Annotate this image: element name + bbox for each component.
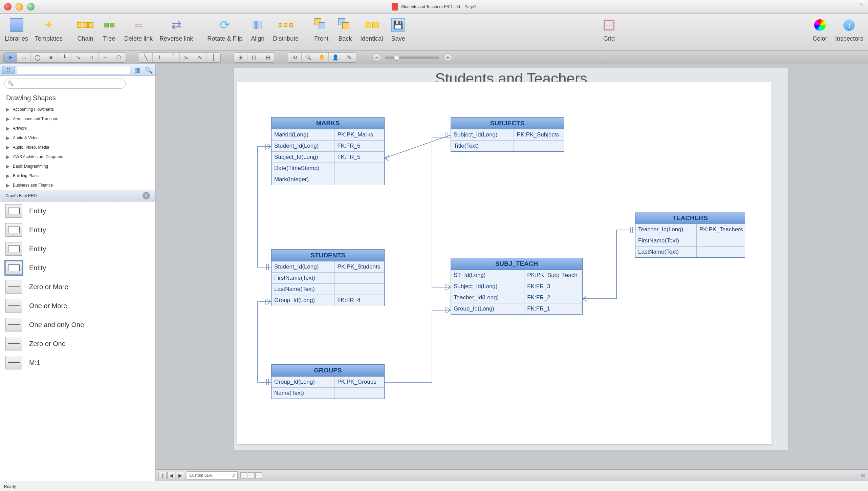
library-category-item[interactable]: ▶Business and Finance xyxy=(0,180,155,190)
line-tool-2[interactable]: ⌇ xyxy=(153,53,166,62)
zoom-select[interactable]: Custom 61% ⇵ xyxy=(187,471,238,479)
library-category-item[interactable]: ▶Basic Diagramming xyxy=(0,162,155,171)
rectangle-tool[interactable]: ▭ xyxy=(17,53,31,62)
library-category-item[interactable]: ▶Audio & Video xyxy=(0,133,155,143)
zoom-tool[interactable]: 🔍 xyxy=(302,53,315,62)
connector-tool-1[interactable]: └ xyxy=(58,53,71,62)
pan-tool[interactable]: ✋ xyxy=(315,53,329,62)
prev-page-button[interactable]: ◀ xyxy=(167,472,175,479)
erd-table-teachers[interactable]: TEACHERSTeacher_Id(Long)PK:PK_TeachersFi… xyxy=(635,212,745,258)
column-name: Subject_Id(Long) xyxy=(272,152,334,163)
rotate-flip-button[interactable]: ⟳Rotate & Flip xyxy=(204,16,246,44)
connector-tool-4[interactable]: ⤷ xyxy=(99,53,112,62)
library-category-item[interactable]: ▶Aerospace and Transport xyxy=(0,114,155,124)
grid-view-icon[interactable]: ▦ xyxy=(132,66,142,74)
library-category-item[interactable]: ▶Building Plans xyxy=(0,171,155,180)
palette-item[interactable]: Zero or More xyxy=(0,277,155,296)
main-toolbar: Libraries ✦Templates Chain Tree ⎓Delete … xyxy=(0,14,868,51)
connector-tool-3[interactable]: ⎍ xyxy=(85,53,99,62)
delete-link-button[interactable]: ⎓Delete link xyxy=(121,16,156,44)
connector-tool-2[interactable]: ↘ xyxy=(71,53,85,62)
column-name: Student_Id(Long) xyxy=(272,141,334,151)
library-category-item[interactable]: ▶AWS Architecture Diagrams xyxy=(0,152,155,162)
templates-button[interactable]: ✦Templates xyxy=(31,16,66,44)
close-icon[interactable]: × xyxy=(143,192,150,199)
identical-button[interactable]: Identical xyxy=(357,16,386,44)
grid-button[interactable]: Grid xyxy=(597,16,621,44)
zoom-fit-tool[interactable]: ⟲ xyxy=(288,53,302,62)
erd-table-subjects[interactable]: SUBJECTSSubject_Id(Long)PK:PK_SubjectsTi… xyxy=(451,117,564,152)
palette-item[interactable]: Entity xyxy=(0,201,155,220)
library-category-item[interactable]: ▶Accounting Flowcharts xyxy=(0,105,155,114)
zoom-slider[interactable] xyxy=(385,57,439,59)
next-page-button[interactable]: ▶ xyxy=(176,472,184,479)
page[interactable]: MARKSMarkId(Long)PK:PK_MarksStudent_Id(L… xyxy=(237,82,772,444)
sidebar-top-bar: ☷ ▦ 🔍 xyxy=(0,64,155,76)
align-button[interactable]: Align xyxy=(246,16,269,44)
back-button[interactable]: Back xyxy=(333,16,357,44)
connector-tool-5[interactable]: ⎔ xyxy=(112,53,126,62)
palette-item[interactable]: One and only One xyxy=(0,315,155,334)
palette-item[interactable]: One or More xyxy=(0,296,155,315)
column-key: FK:FR_6 xyxy=(334,141,384,151)
library-category-item[interactable]: ▶Audio, Video, Media xyxy=(0,143,155,152)
view-mode-icon[interactable]: ⊞ xyxy=(861,472,865,478)
table-row: FirstName(Text) xyxy=(635,235,745,247)
library-category-item[interactable]: ▶Artwork xyxy=(0,124,155,133)
snap-tool-1[interactable]: ⊞ xyxy=(234,53,247,62)
palette-item[interactable]: M:1 xyxy=(0,353,155,372)
erd-table-groups[interactable]: GROUPSGroup_Id(Long)PK:PK_GroupsName(Tex… xyxy=(271,364,385,399)
zoom-in-button[interactable]: + xyxy=(443,53,452,62)
distribute-button[interactable]: Distribute xyxy=(269,16,302,44)
polyline-tool[interactable]: ⋋ xyxy=(180,53,193,62)
palette-label: Zero or More xyxy=(29,283,68,291)
chevron-right-icon: ▶ xyxy=(6,173,11,178)
line-tool-1[interactable]: ╲ xyxy=(139,53,153,62)
sidebar-filter-input[interactable] xyxy=(17,66,130,74)
libraries-button[interactable]: Libraries xyxy=(1,16,31,44)
erd-table-subj_teach[interactable]: SUBJ_TEACHST_Id(Long)PK:PK_Subj_TeachSub… xyxy=(451,258,583,315)
canvas-scroll[interactable]: Students and Teachers MARKSMarkId(Long)P… xyxy=(156,64,868,469)
palette-item[interactable]: Zero or One xyxy=(0,334,155,353)
palette-item[interactable]: Entity xyxy=(0,220,155,239)
palette-item[interactable]: Entity xyxy=(0,258,155,277)
inspectors-button[interactable]: iInspectors xyxy=(832,16,867,44)
reverse-link-button[interactable]: ⇄Reverse link xyxy=(156,16,196,44)
selected-library[interactable]: Crow's Foot ERD × xyxy=(0,190,155,201)
palette-swatch xyxy=(5,318,22,332)
document-icon xyxy=(392,3,398,10)
table-header: MARKS xyxy=(272,118,384,129)
palette-item[interactable]: Entity xyxy=(0,239,155,258)
page-thumb[interactable] xyxy=(240,472,247,478)
page-thumb[interactable] xyxy=(255,472,262,478)
tree-button[interactable]: Tree xyxy=(97,16,121,44)
resize-icon[interactable]: ⤡ xyxy=(860,2,866,8)
palette-swatch xyxy=(5,223,22,237)
sidebar-toggle-button[interactable]: ☷ xyxy=(2,66,15,74)
palette-swatch xyxy=(5,356,22,369)
edit-tool[interactable]: ✎ xyxy=(342,53,356,62)
zoom-out-button[interactable]: − xyxy=(372,53,381,62)
erd-table-students[interactable]: STUDENTSStudent_Id(Long)PK:PK_StudentsFi… xyxy=(271,249,385,306)
diagram-canvas[interactable]: MARKSMarkId(Long)PK:PK_MarksStudent_Id(L… xyxy=(237,82,772,444)
erd-table-marks[interactable]: MARKSMarkId(Long)PK:PK_MarksStudent_Id(L… xyxy=(271,117,385,185)
pause-icon[interactable]: ‖ xyxy=(158,472,167,479)
page-thumb[interactable] xyxy=(248,472,255,478)
column-name: Subject_Id(Long) xyxy=(451,281,524,292)
save-button[interactable]: 💾Save xyxy=(386,16,410,44)
zoom-slider-thumb[interactable] xyxy=(394,55,400,61)
spline-tool[interactable]: ⎮ xyxy=(207,53,220,62)
text-tool[interactable]: ≡ xyxy=(44,53,58,62)
search-icon[interactable]: 🔍 xyxy=(144,66,153,74)
snap-tool-3[interactable]: ⊟ xyxy=(261,53,275,62)
library-search-input[interactable] xyxy=(4,79,126,89)
ellipse-tool[interactable]: ◯ xyxy=(31,53,44,62)
bezier-tool[interactable]: ∿ xyxy=(193,53,207,62)
arc-tool[interactable]: ⌒ xyxy=(166,53,180,62)
chain-button[interactable]: Chain xyxy=(73,16,97,44)
front-button[interactable]: Front xyxy=(309,16,333,44)
eyedropper-tool[interactable]: 👤 xyxy=(329,53,342,62)
pointer-tool[interactable]: ➤ xyxy=(4,53,17,62)
snap-tool-2[interactable]: ⊡ xyxy=(247,53,261,62)
color-button[interactable]: Color xyxy=(808,16,832,44)
